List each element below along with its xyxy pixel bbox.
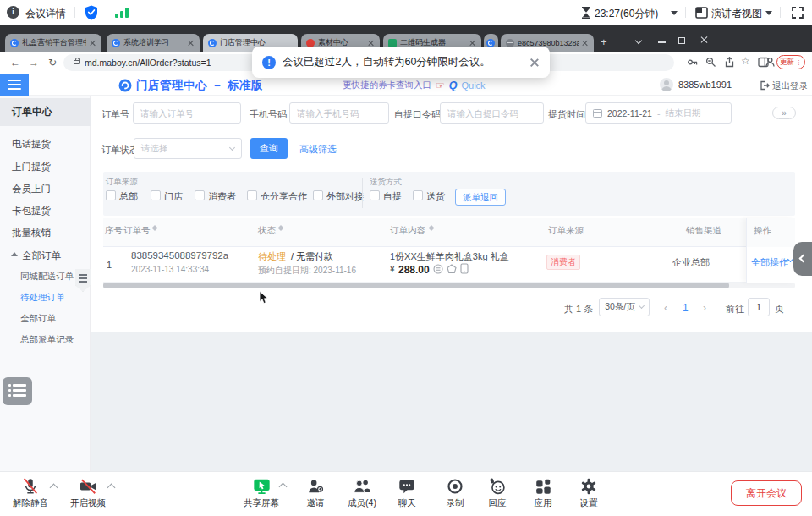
sidebar-item-door-pickup[interactable]: 上门提货 bbox=[12, 161, 51, 173]
password-key-icon[interactable] bbox=[687, 57, 698, 68]
checkbox-hq-label[interactable]: 总部 bbox=[119, 190, 138, 203]
sidebar-item-city-delivery[interactable]: 同城配送订单 bbox=[20, 271, 74, 283]
meeting-detail-label[interactable]: 会议详情 bbox=[25, 7, 66, 21]
tab-close-icon[interactable] bbox=[90, 40, 96, 47]
sidebar-item-pending-orders[interactable]: 待处理订单 bbox=[20, 292, 65, 304]
right-panel-handle[interactable] bbox=[793, 242, 812, 276]
sidebar-item-hq-dispatch-log[interactable]: 总部派单记录 bbox=[20, 334, 74, 346]
goto-page-input[interactable] bbox=[748, 298, 770, 316]
security-shield-icon[interactable] bbox=[85, 5, 98, 20]
checkbox-delivery-label[interactable]: 送货 bbox=[426, 190, 445, 203]
quick-link-text[interactable]: 更快捷的券卡查询入口 bbox=[343, 80, 431, 91]
chat-button[interactable]: 聊天 bbox=[381, 476, 432, 509]
group-expand-icon[interactable] bbox=[11, 252, 18, 256]
prev-page-button[interactable]: ‹ bbox=[664, 302, 667, 314]
bookmark-star-icon[interactable]: ☆ bbox=[741, 55, 750, 67]
view-layout-icon[interactable] bbox=[695, 7, 708, 19]
tab-search-icon[interactable] bbox=[635, 37, 642, 44]
checkbox-external[interactable] bbox=[313, 190, 323, 200]
checkbox-warehouse-share-label[interactable]: 仓分享合作 bbox=[261, 190, 307, 203]
col-status[interactable]: 状态 bbox=[258, 225, 276, 237]
profile-icon[interactable] bbox=[765, 57, 776, 68]
tab-close-icon[interactable] bbox=[368, 40, 375, 47]
reaction-button[interactable]: 回应 bbox=[472, 476, 523, 509]
phone-icon[interactable] bbox=[460, 263, 469, 274]
col-order-no[interactable]: 订单号 bbox=[123, 225, 151, 237]
forward-icon[interactable]: → bbox=[29, 57, 39, 69]
user-avatar[interactable] bbox=[660, 78, 673, 91]
table-scrollbar[interactable] bbox=[103, 283, 795, 288]
settings-button[interactable]: 设置 bbox=[563, 476, 614, 509]
browser-tab-2[interactable]: 系统培训学习 bbox=[107, 34, 200, 52]
leave-meeting-button[interactable]: 离开会议 bbox=[731, 480, 802, 506]
checkbox-consumer[interactable] bbox=[195, 190, 205, 200]
members-button[interactable]: 成员(4) bbox=[337, 476, 387, 509]
network-signal-icon[interactable] bbox=[115, 7, 132, 18]
receipt-icon[interactable] bbox=[433, 264, 443, 274]
menu-toggle-button[interactable] bbox=[0, 74, 29, 96]
checkbox-external-label[interactable]: 外部对接 bbox=[326, 190, 364, 203]
checkbox-consumer-label[interactable]: 消费者 bbox=[208, 190, 236, 203]
sort-icon[interactable] bbox=[278, 225, 283, 231]
sidebar-group-all-orders[interactable]: 全部订单 bbox=[22, 250, 61, 262]
date-start-value[interactable]: 2022-11-21 bbox=[607, 108, 652, 118]
window-minimize-icon[interactable] bbox=[658, 41, 666, 43]
row-action-dropdown[interactable]: 全部操作 bbox=[751, 256, 788, 269]
date-end-placeholder[interactable]: 结束日期 bbox=[665, 107, 700, 119]
sort-icon[interactable] bbox=[152, 225, 157, 231]
pickup-code-input[interactable] bbox=[440, 102, 544, 124]
checkbox-self-pickup[interactable] bbox=[370, 190, 380, 200]
back-icon[interactable]: ← bbox=[10, 57, 20, 69]
sidebar-item-member-visit[interactable]: 会员上门 bbox=[12, 183, 51, 195]
new-tab-icon[interactable]: + bbox=[601, 36, 607, 48]
checkbox-store[interactable] bbox=[151, 190, 161, 200]
sidebar-item-all-orders[interactable]: 全部订单 bbox=[20, 313, 56, 325]
sort-icon[interactable] bbox=[429, 225, 434, 231]
order-status-select[interactable]: 请选择 bbox=[134, 138, 242, 159]
collapse-filters-button[interactable]: » bbox=[772, 107, 796, 119]
sidebar-section-order-center[interactable]: 订单中心 bbox=[0, 98, 91, 126]
window-maximize-icon[interactable] bbox=[678, 37, 685, 44]
sidebar-item-batch-verify[interactable]: 批量核销 bbox=[12, 227, 51, 239]
share-icon[interactable] bbox=[724, 57, 735, 68]
search-button[interactable]: 查询 bbox=[250, 138, 288, 159]
current-page[interactable]: 1 bbox=[683, 302, 689, 314]
floating-list-button[interactable] bbox=[3, 377, 32, 405]
scrollbar-thumb[interactable] bbox=[103, 283, 729, 288]
share-screen-button[interactable]: 共享屏幕 bbox=[236, 476, 287, 509]
logout-icon[interactable] bbox=[760, 80, 770, 91]
next-page-button[interactable]: › bbox=[703, 302, 706, 314]
tab-close-icon[interactable] bbox=[469, 40, 476, 47]
checkbox-hq[interactable] bbox=[106, 190, 116, 200]
apps-button[interactable]: 应用 bbox=[518, 476, 568, 509]
checkbox-delivery[interactable] bbox=[413, 190, 423, 200]
tab-close-icon[interactable] bbox=[582, 40, 589, 47]
quick-entry[interactable]: 更快捷的券卡查询入口 ☞ Q Quick bbox=[343, 80, 486, 91]
view-mode-label[interactable]: 演讲者视图 bbox=[711, 7, 762, 21]
sidebar-item-phone-pickup[interactable]: 电话提货 bbox=[12, 138, 51, 151]
timer-dropdown-icon[interactable] bbox=[671, 11, 678, 15]
checkbox-warehouse-share[interactable] bbox=[247, 190, 257, 200]
window-close-icon[interactable] bbox=[700, 36, 708, 43]
col-content[interactable]: 订单内容 bbox=[390, 225, 425, 237]
lock-icon[interactable] bbox=[74, 60, 80, 64]
phone-input[interactable] bbox=[289, 102, 389, 124]
view-dropdown-icon[interactable] bbox=[765, 11, 772, 15]
mute-button[interactable]: 解除静音 bbox=[5, 476, 56, 509]
meeting-info-icon[interactable]: i bbox=[7, 6, 19, 19]
toast-close-icon[interactable] bbox=[529, 58, 540, 68]
checkbox-self-pickup-label[interactable]: 自提 bbox=[383, 190, 402, 203]
zoom-icon[interactable] bbox=[705, 57, 716, 68]
checkbox-store-label[interactable]: 门店 bbox=[164, 190, 183, 203]
logout-label[interactable]: 退出登录 bbox=[772, 80, 808, 92]
dispatch-return-button[interactable]: 派单退回 bbox=[455, 189, 506, 206]
browser-update-button[interactable]: 更新 ⋮ bbox=[776, 55, 805, 69]
sidebar-item-card-pickup[interactable]: 卡包提货 bbox=[12, 205, 51, 217]
browser-tab-1[interactable]: 礼盒营销平台管理中心 bbox=[5, 34, 102, 52]
gift-tag-icon[interactable] bbox=[447, 264, 457, 274]
tab-close-icon[interactable] bbox=[188, 40, 195, 47]
video-button[interactable]: 开启视频 bbox=[63, 476, 113, 509]
reload-icon[interactable]: ↻ bbox=[48, 57, 57, 69]
advanced-filter-link[interactable]: 高级筛选 bbox=[299, 143, 337, 156]
page-size-select[interactable]: 30条/页 bbox=[599, 298, 650, 316]
